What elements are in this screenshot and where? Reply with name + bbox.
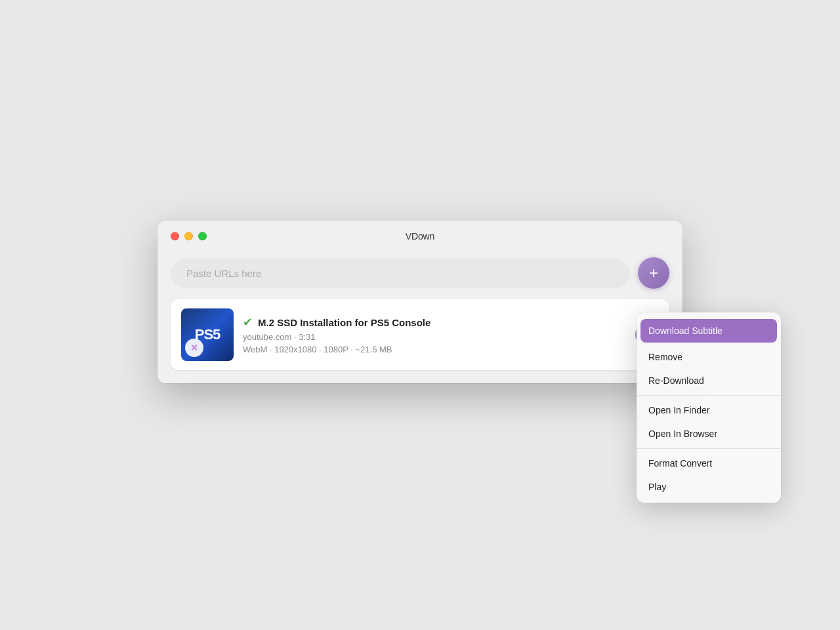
video-meta: WebM · 1920x1080 · 1080P · ~21.5 MB [243, 345, 626, 354]
video-info: ✔ M.2 SSD Installation for PS5 Console y… [243, 315, 626, 354]
video-source: youtube.com · 3:31 [243, 332, 626, 342]
video-item: PS5 ✕ ✔ M.2 SSD Installation for PS5 Con… [171, 299, 669, 370]
minimize-button[interactable] [184, 232, 193, 241]
window-title: VDown [406, 231, 435, 242]
add-button[interactable]: + [638, 257, 669, 289]
maximize-button[interactable] [198, 232, 207, 241]
separator-1 [637, 395, 781, 396]
url-input[interactable]: Paste URLs here [171, 259, 630, 288]
traffic-lights [171, 232, 207, 241]
context-menu-item-format-convert[interactable]: Format Convert [637, 452, 781, 475]
context-menu-item-open-finder[interactable]: Open In Finder [637, 398, 781, 422]
main-content: Paste URLs here + PS5 ✕ ✔ [158, 252, 682, 383]
close-button[interactable] [171, 232, 179, 241]
video-thumbnail: PS5 ✕ [181, 308, 234, 361]
thumbnail-text: PS5 [195, 326, 220, 343]
context-menu-item-open-browser[interactable]: Open In Browser [637, 422, 781, 446]
app-window: VDown Paste URLs here + PS5 ✕ [158, 220, 682, 383]
context-menu-item-redownload[interactable]: Re-Download [637, 369, 781, 392]
x-icon: ✕ [190, 343, 198, 353]
separator-2 [637, 448, 781, 449]
titlebar: VDown [158, 220, 682, 252]
context-menu-item-play[interactable]: Play [637, 475, 781, 499]
check-icon: ✔ [243, 315, 253, 329]
context-menu: Download Subtitle Remove Re-Download Ope… [637, 312, 781, 503]
plus-icon: + [649, 265, 658, 281]
video-list: PS5 ✕ ✔ M.2 SSD Installation for PS5 Con… [171, 299, 669, 370]
url-placeholder: Paste URLs here [186, 268, 261, 279]
context-menu-item-remove[interactable]: Remove [637, 345, 781, 369]
url-bar-container: Paste URLs here + [171, 257, 669, 289]
video-title: M.2 SSD Installation for PS5 Console [258, 317, 430, 328]
context-menu-item-download-subtitle[interactable]: Download Subtitle [640, 319, 777, 343]
video-title-row: ✔ M.2 SSD Installation for PS5 Console [243, 315, 626, 329]
